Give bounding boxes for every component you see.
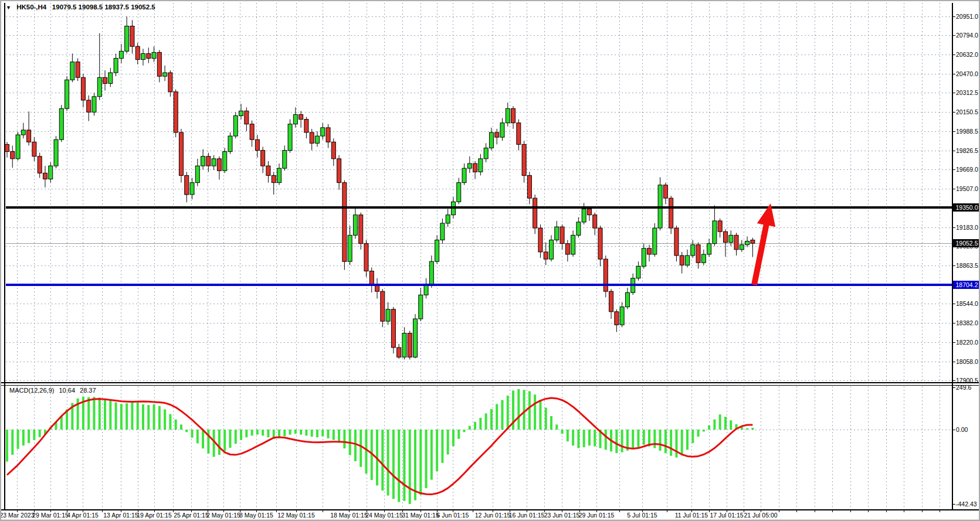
- price-tick-label: 19669.0: [956, 166, 978, 173]
- price-tick-label: 20794.0: [956, 32, 978, 39]
- current-price-badge: 19052.5: [953, 239, 980, 247]
- price-tick-label: 18863.5: [956, 262, 978, 269]
- price-axis[interactable]: [953, 1, 980, 510]
- price-tick-label: 18058.0: [956, 358, 978, 365]
- collapse-toolbar-icon[interactable]: ▼: [6, 5, 11, 11]
- support-price-badge: 18704.2: [953, 281, 980, 289]
- symbol-period-label: HK50-,H4: [16, 4, 46, 11]
- candlestick-series: [5, 16, 755, 359]
- trend-arrow[interactable]: [751, 203, 775, 285]
- macd-tick-label: 0.00: [956, 426, 968, 433]
- price-tick-label: 20470.0: [956, 70, 978, 77]
- macd-name-label: MACD(12,26,9): [9, 387, 54, 394]
- price-tick-label: 18382.0: [956, 319, 978, 326]
- price-tick-label: 20632.0: [956, 51, 978, 58]
- price-tick-label: 18544.0: [956, 300, 978, 307]
- ohlc-readout: 19079.5 19098.5 18937.5 19052.5: [52, 4, 155, 11]
- price-tick-label: 19826.5: [956, 147, 978, 154]
- macd-main-value: 10.64: [59, 387, 75, 394]
- time-tick-label: 5 Jul 01:15: [614, 512, 670, 519]
- macd-signal-value: 28.37: [80, 387, 96, 394]
- time-tick-label: 21 Jul 05:00: [733, 512, 789, 519]
- chart-window: ▼ HK50-,H4 19079.5 19098.5 18937.5 19052…: [0, 0, 980, 521]
- grid-lines: [6, 3, 952, 509]
- resistance-price-badge: 19350.0: [953, 203, 980, 212]
- macd-tick-label: -442.43: [956, 500, 977, 508]
- price-tick-label: 20951.0: [956, 13, 978, 20]
- price-tick-label: 19183.0: [956, 224, 978, 231]
- price-tick-label: 18220.0: [956, 339, 978, 346]
- price-tick-label: 20312.5: [956, 89, 978, 96]
- macd-tick-label: 249.6: [956, 384, 971, 391]
- chart-title-bar: ▼ HK50-,H4 19079.5 19098.5 18937.5 19052…: [6, 4, 155, 13]
- macd-signal-line: [7, 398, 752, 495]
- chart-frame: [1, 3, 980, 512]
- price-tick-label: 20150.5: [956, 108, 978, 115]
- price-tick-label: 17900.5: [956, 377, 978, 384]
- time-tick-label: 12 May 01:15: [268, 512, 324, 519]
- price-tick-label: 19988.5: [956, 128, 978, 135]
- price-tick-label: 19507.0: [956, 185, 978, 192]
- macd-indicator-readout: MACD(12,26,9) 10.64 28.37: [9, 387, 99, 395]
- chart-canvas[interactable]: [1, 1, 980, 521]
